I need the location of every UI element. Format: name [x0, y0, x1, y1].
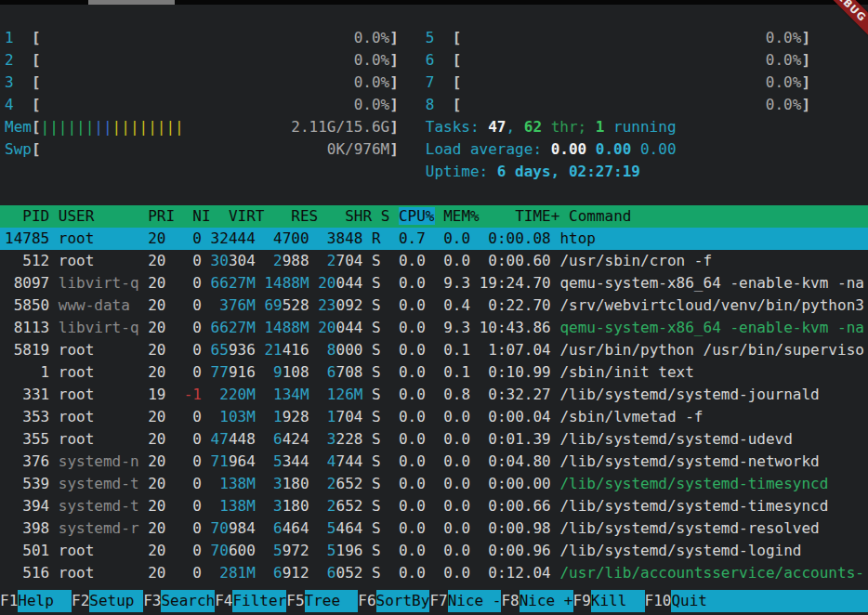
process-row-394[interactable]: 394 systemd-t 20 0 138M 3180 2652 S 0.0 … — [0, 495, 868, 517]
process-row-353[interactable]: 353 root 20 0 103M 1928 1704 S 0.0 0.0 0… — [0, 406, 868, 428]
process-row-8113[interactable]: 8113 libvirt-q 20 0 6627M 1488M 20044 S … — [0, 317, 868, 339]
column-header-pid[interactable]: PID — [5, 207, 49, 225]
footer-label-help: Help — [18, 590, 72, 612]
user-cell: root — [59, 341, 139, 359]
mem-percent-cell: 0.4 — [435, 296, 471, 314]
process-row-376[interactable]: 376 systemd-n 20 0 71964 5344 4744 S 0.0… — [0, 451, 868, 473]
mem-percent-cell: 0.0 — [435, 497, 471, 515]
process-row-539[interactable]: 539 systemd-t 20 0 138M 3180 2652 S 0.0 … — [0, 473, 868, 495]
uptime-stat-0: Uptime: — [426, 163, 497, 180]
column-header-pri[interactable]: PRI — [148, 207, 175, 225]
process-row-14785[interactable]: 14785 root 20 0 32444 4700 3848 R 0.7 0.… — [0, 228, 868, 250]
process-row-355[interactable]: 355 root 20 0 47448 6424 3228 S 0.0 0.0 … — [0, 428, 868, 451]
pid-cell: 355 — [5, 430, 49, 448]
cpu-meter-6-value: 0.0% — [766, 51, 802, 69]
cpu-percent-cell: 0.0 — [389, 363, 426, 381]
column-header-command[interactable]: Command — [569, 207, 631, 225]
mem-percent-cell: 9.3 — [435, 319, 471, 336]
state-cell: S — [372, 341, 381, 359]
time-cell: 0:00.04 — [480, 408, 551, 425]
function-key-bar: F1Help F2Setup F3SearchF4FilterF5Tree F6… — [0, 590, 868, 612]
time-cell: 0:00.96 — [480, 542, 551, 559]
tasks-stat-3: 62 — [524, 118, 542, 136]
footer-label-filter: Filter — [232, 590, 286, 612]
pid-cell: 394 — [5, 497, 49, 515]
column-header-user[interactable]: USER — [59, 207, 139, 225]
command-cell: /lib/systemd/systemd-timesyncd — [559, 475, 828, 492]
process-row-331[interactable]: 331 root 19 -1 220M 134M 126M S 0.0 0.8 … — [0, 384, 868, 406]
footer-action-setup[interactable]: F2Setup — [72, 590, 143, 612]
htop-output: 1 [ 0.0%] 5 [ 0.0%]2 [ 0.0%] 6 [ 0.0%]3 … — [0, 5, 868, 584]
time-cell: 0:01.39 — [480, 430, 551, 448]
footer-action-help[interactable]: F1Help — [0, 590, 72, 612]
pri-cell: 20 — [139, 452, 166, 470]
cpu-meter-row-4: 4 [ 0.0%] 8 [ 0.0%] — [0, 94, 868, 116]
swp-meter-open-bracket: [ — [32, 140, 41, 158]
footer-label-setup: Setup — [89, 590, 143, 612]
footer-action-tree[interactable]: F5Tree — [286, 590, 358, 612]
footer-key-f6: F6 — [358, 590, 375, 612]
command-cell: /sbin/init text — [559, 363, 694, 381]
column-header-virt[interactable]: VIRT — [219, 207, 264, 225]
mem-percent-cell: 0.0 — [435, 519, 471, 537]
ni-cell: 0 — [175, 452, 202, 470]
column-header-shr[interactable]: SHR — [327, 207, 372, 225]
state-cell: S — [372, 363, 381, 381]
state-cell: S — [372, 519, 381, 537]
column-header-s[interactable]: S — [381, 207, 390, 225]
pri-cell: 20 — [139, 408, 166, 425]
footer-action-search[interactable]: F3Search — [143, 590, 215, 612]
cpu-meter-1-open-bracket: [ — [32, 29, 41, 46]
user-cell: root — [59, 363, 139, 381]
time-cell: 0:04.80 — [480, 452, 551, 470]
mem-meter-close-bracket: ] — [389, 118, 399, 136]
command-cell: /lib/systemd/systemd-resolved — [559, 519, 819, 537]
footer-action-nice[interactable]: F8Nice + — [501, 590, 572, 612]
process-row-512[interactable]: 512 root 20 0 30304 2988 2704 S 0.0 0.0 … — [0, 250, 868, 272]
footer-label-nice: Nice - — [448, 590, 502, 612]
column-header-res[interactable]: RES — [273, 207, 318, 225]
process-row-8097[interactable]: 8097 libvirt-q 20 0 6627M 1488M 20044 S … — [0, 272, 868, 294]
footer-label-search: Search — [161, 590, 215, 612]
footer-action-nice[interactable]: F7Nice - — [429, 590, 501, 612]
pid-cell: 8097 — [5, 274, 49, 292]
load-average-stat-0: Load average: — [426, 140, 551, 158]
cpu-percent-cell: 0.0 — [389, 452, 426, 470]
pid-cell: 5850 — [5, 296, 49, 314]
user-cell: root — [59, 542, 139, 559]
process-row-516[interactable]: 516 root 20 0 281M 6912 6052 S 0.0 0.0 0… — [0, 562, 868, 584]
cpu-percent-cell: 0.0 — [389, 475, 426, 492]
cpu-meter-row-1: 1 [ 0.0%] 5 [ 0.0%] — [0, 27, 868, 49]
time-cell: 0:00.60 — [480, 252, 551, 269]
footer-action-quit[interactable]: F10Quit — [645, 590, 868, 612]
process-row-5850[interactable]: 5850 www-data 20 0 376M 69528 23092 S 0.… — [0, 294, 868, 317]
user-cell: root — [59, 408, 139, 425]
swp-meter-value: 0K/976M — [327, 140, 389, 158]
column-header-mem[interactable]: MEM% — [443, 207, 480, 225]
cpu-meter-5-label: 5 — [426, 29, 453, 46]
state-cell: S — [372, 564, 381, 582]
process-row-501[interactable]: 501 root 20 0 70600 5972 5196 S 0.0 0.0 … — [0, 540, 868, 562]
mem-percent-cell: 0.0 — [435, 229, 471, 247]
time-cell: 0:00.08 — [480, 229, 551, 247]
ni-cell: 0 — [175, 274, 202, 292]
cpu-meter-3-open-bracket: [ — [32, 73, 41, 91]
process-row-5819[interactable]: 5819 root 20 0 65936 21416 8000 S 0.0 0.… — [0, 339, 868, 361]
column-header-cpu[interactable]: CPU% — [399, 207, 435, 225]
column-header-time+[interactable]: TIME+ — [488, 207, 559, 225]
footer-action-sortby[interactable]: F6SortBy — [358, 590, 429, 612]
tasks-stat-4: thr; — [542, 118, 596, 136]
footer-action-filter[interactable]: F4Filter — [215, 590, 286, 612]
cpu-meter-4-value: 0.0% — [354, 96, 390, 113]
ni-cell: 0 — [175, 542, 202, 559]
process-row-398[interactable]: 398 systemd-r 20 0 70984 6464 5464 S 0.0… — [0, 517, 868, 540]
mem-meter-bar-yellow: |||||||| — [112, 118, 184, 136]
cpu-percent-cell: 0.0 — [389, 274, 426, 292]
mem-percent-cell: 0.0 — [435, 452, 471, 470]
column-header-ni[interactable]: NI — [184, 207, 211, 225]
state-cell: S — [372, 430, 381, 448]
time-cell: 0:00.98 — [480, 519, 551, 537]
process-row-1[interactable]: 1 root 20 0 77916 9108 6708 S 0.0 0.1 0:… — [0, 361, 868, 384]
footer-action-kill[interactable]: F9Kill — [573, 590, 645, 612]
command-cell: /srv/webvirtcloud/venv/bin/python3 — [559, 296, 864, 314]
